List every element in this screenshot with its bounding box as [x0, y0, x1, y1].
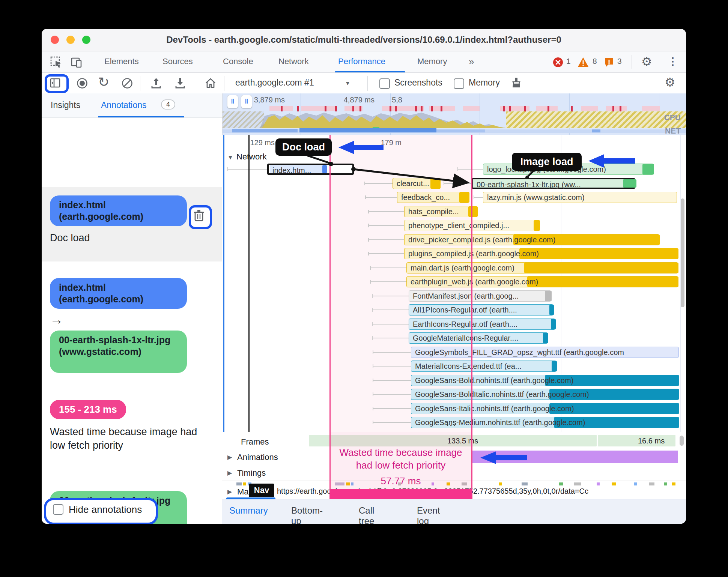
long-task-tick	[421, 106, 423, 111]
annotation-card[interactable]: index.html (earth.google.com)→00-earth-s…	[42, 270, 222, 367]
tab-elements[interactable]: Elements	[104, 57, 139, 66]
image-load-annotation-label[interactable]: Image load	[512, 153, 582, 171]
active-tab-underline	[98, 116, 184, 117]
annotation-card[interactable]: index.html (earth.google.com)Doc load	[42, 187, 222, 261]
long-task-stripe	[642, 106, 660, 111]
overview-tick-label: 5,8	[392, 96, 402, 104]
detail-tab-call-tree[interactable]: Call tree	[359, 505, 374, 524]
wasted-time-text-line1: Wasted time because image	[330, 447, 472, 458]
chevron-down-icon[interactable]: ▼	[345, 80, 350, 86]
device-toolbar-icon[interactable]	[70, 56, 83, 70]
timeline-overview[interactable]: 879 ms1,879 ms2,879 ms3,879 ms4,879 ms5,…	[223, 93, 686, 135]
divider	[90, 55, 90, 69]
waterfall-scrollbar[interactable]	[681, 198, 684, 307]
long-task-tick	[325, 106, 326, 111]
tracks-scrollbar[interactable]	[680, 436, 684, 446]
window-handle-left[interactable]: ‖	[227, 95, 238, 108]
annotation-pill-green: 00-earth-splash-1x-ltr.jpg (www.gstatic.…	[50, 331, 187, 373]
network-resize-ellipsis[interactable]: ⋯	[446, 419, 457, 431]
long-task-tick	[524, 106, 526, 111]
long-task-stripe	[536, 106, 558, 111]
warning-count: 8	[593, 57, 597, 66]
annotations-count-badge: 4	[161, 99, 175, 110]
nav-badge: Nav	[249, 484, 274, 497]
window-handle-right[interactable]: ‖	[241, 95, 252, 108]
timings-expand-icon[interactable]: ▶	[227, 469, 232, 476]
error-count: 1	[566, 57, 571, 66]
toggle-sidebar-icon[interactable]	[50, 77, 61, 90]
long-task-tick	[612, 106, 614, 111]
divider	[632, 55, 632, 69]
garbage-collect-icon[interactable]	[510, 77, 523, 91]
sidebar-tabs: Insights Annotations 4	[42, 93, 222, 118]
long-task-tick	[390, 106, 391, 111]
divider	[367, 76, 368, 91]
animations-expand-icon[interactable]: ▶	[227, 454, 232, 461]
settings-gear-icon[interactable]: ⚙	[641, 54, 652, 69]
blue-arrow-icon	[480, 451, 527, 464]
long-task-tick	[620, 106, 621, 111]
main-expand-icon[interactable]: ▶	[227, 488, 232, 495]
annotation-title: Doc load	[50, 232, 90, 244]
tab-insights[interactable]: Insights	[51, 100, 80, 110]
long-task-tick	[352, 106, 354, 111]
net-segment	[232, 129, 298, 132]
lower-tracks: Frames 133.5 ms 16.6 ms ▶ Animations ▶ T…	[222, 432, 686, 499]
long-task-tick	[431, 106, 433, 111]
devtools-tabbar: ElementsSourcesConsoleNetworkPerformance…	[42, 51, 686, 73]
active-tab-underline	[335, 71, 405, 72]
blue-arrow-icon	[588, 154, 635, 168]
long-task-stripe	[382, 106, 424, 111]
tab-sources[interactable]: Sources	[162, 57, 193, 66]
net-segment	[299, 128, 436, 132]
annotation-pill-pink: 155 - 213 ms	[50, 400, 126, 419]
network-waterfall[interactable]: 79 ms129 ms179 m ▼ Network index.htm...l…	[222, 135, 686, 432]
long-task-stripe	[581, 106, 598, 111]
annotation-card[interactable]: 155 - 213 msWasted time because image ha…	[42, 392, 222, 470]
frames-track-label: Frames	[241, 437, 269, 447]
error-badge-icon[interactable]	[553, 57, 563, 69]
more-tabs-icon[interactable]: »	[469, 56, 474, 68]
title-bar: DevTools - earth.google.com/static/multi…	[42, 29, 686, 51]
tab-console[interactable]: Console	[223, 57, 253, 66]
tab-annotations[interactable]: Annotations	[101, 100, 146, 110]
cpu-estimate-hatch	[506, 111, 686, 128]
screenshots-checkbox[interactable]	[379, 78, 390, 89]
long-task-tick	[548, 106, 549, 111]
wasted-time-text-line2: had low fetch priority	[330, 460, 472, 471]
trash-icon[interactable]	[193, 209, 205, 223]
detail-tab-bottom-up[interactable]: Bottom-up	[291, 505, 323, 524]
annotations-sidebar: Insights Annotations 4 index.html (earth…	[42, 93, 223, 524]
annotation-pill-blue: index.html (earth.google.com)	[50, 278, 187, 309]
kebab-menu-icon[interactable]: ⋮	[668, 55, 678, 68]
net-label: NET	[665, 126, 681, 135]
net-segment	[436, 129, 485, 132]
memory-checkbox[interactable]	[454, 78, 464, 89]
upload-profile-icon[interactable]	[150, 77, 162, 91]
hide-annotations-checkbox[interactable]	[53, 504, 63, 515]
doc-load-annotation-label[interactable]: Doc load	[275, 138, 332, 156]
record-icon[interactable]	[76, 77, 88, 91]
long-task-stripe	[301, 106, 335, 111]
tab-memory[interactable]: Memory	[417, 57, 447, 66]
divider	[140, 76, 140, 91]
annotation-pill-blue: index.html (earth.google.com)	[50, 195, 187, 226]
detail-tab-summary[interactable]: Summary	[229, 505, 268, 516]
issues-badge-icon[interactable]	[604, 57, 614, 69]
tab-performance[interactable]: Performance	[338, 57, 385, 66]
reload-record-icon[interactable]: ↻	[98, 74, 109, 90]
download-profile-icon[interactable]	[174, 77, 187, 91]
window-title: DevTools - earth.google.com/static/multi…	[42, 35, 686, 45]
target-selector[interactable]: earth.google.com #1	[235, 78, 314, 88]
capture-settings-gear-icon[interactable]: ⚙	[665, 75, 675, 89]
wasted-time-duration: 57.77 ms	[330, 475, 472, 487]
blue-arrow-icon	[338, 141, 384, 154]
inspect-element-icon[interactable]	[50, 56, 63, 70]
clear-icon[interactable]	[121, 77, 133, 91]
home-icon[interactable]	[204, 77, 217, 92]
tab-network[interactable]: Network	[278, 57, 309, 66]
warning-badge-icon[interactable]	[578, 57, 589, 69]
long-task-tick	[281, 106, 283, 111]
detail-tab-event-log[interactable]: Event log	[417, 505, 440, 524]
long-task-tick	[415, 106, 417, 111]
